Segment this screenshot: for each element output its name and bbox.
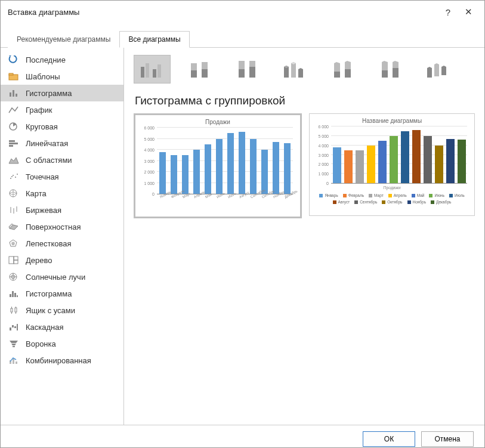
legend-item: Август bbox=[333, 200, 350, 204]
bar bbox=[273, 142, 279, 194]
legend-item: Январь bbox=[319, 193, 338, 197]
svg-rect-3 bbox=[13, 90, 14, 97]
svg-rect-48 bbox=[13, 359, 14, 364]
surface-icon bbox=[8, 222, 20, 231]
svg-rect-53 bbox=[157, 64, 161, 78]
category-funnel[interactable]: Воронка bbox=[1, 335, 123, 352]
svg-point-12 bbox=[15, 177, 16, 178]
bar bbox=[182, 155, 189, 194]
ytick: 2 000 bbox=[139, 170, 155, 174]
svg-rect-42 bbox=[14, 326, 16, 328]
category-histogram[interactable]: Гистограмма bbox=[1, 285, 123, 302]
hbars-icon bbox=[8, 138, 20, 148]
category-combo[interactable]: Комбинированная bbox=[1, 352, 123, 369]
svg-point-10 bbox=[10, 178, 11, 179]
category-stock[interactable]: Биржевая bbox=[1, 202, 123, 218]
svg-marker-22 bbox=[11, 242, 15, 245]
category-label: Дерево bbox=[26, 256, 52, 265]
ok-button[interactable]: ОК bbox=[363, 431, 415, 447]
help-button[interactable]: ? bbox=[438, 7, 458, 17]
bar bbox=[458, 140, 466, 183]
svg-rect-31 bbox=[12, 291, 14, 297]
map-icon bbox=[8, 189, 20, 198]
svg-rect-23 bbox=[9, 257, 14, 264]
box-icon bbox=[8, 305, 20, 315]
category-templates[interactable]: Шаблоны bbox=[1, 68, 123, 85]
subtype-stacked100[interactable] bbox=[229, 55, 266, 84]
tab-recommended[interactable]: Рекомендуемые диаграммы bbox=[8, 31, 119, 48]
svg-rect-50 bbox=[141, 67, 144, 78]
preview-chart-1[interactable]: Продажи 01 0002 0003 0004 0005 0006 000 … bbox=[134, 113, 302, 218]
scatter-icon bbox=[8, 172, 20, 181]
svg-point-11 bbox=[13, 175, 14, 176]
subtype-title: Гистограмма с группировкой bbox=[135, 94, 475, 107]
svg-rect-1 bbox=[9, 73, 13, 75]
category-label: Поверхностная bbox=[26, 223, 81, 231]
bar bbox=[239, 132, 245, 194]
svg-rect-25 bbox=[14, 260, 18, 264]
subtype-stacked[interactable] bbox=[181, 55, 218, 84]
bar bbox=[261, 150, 268, 194]
sunburst-icon bbox=[8, 272, 20, 282]
preview2-title: Название диаграммы bbox=[314, 118, 469, 124]
ytick: 4 000 bbox=[313, 143, 329, 147]
category-label: Солнечные лучи bbox=[26, 273, 85, 282]
bar bbox=[333, 147, 341, 183]
legend-item: Июнь bbox=[429, 193, 444, 197]
category-waterfall[interactable]: Каскадная bbox=[1, 319, 123, 335]
category-line[interactable]: График bbox=[1, 101, 123, 118]
svg-rect-40 bbox=[10, 327, 11, 330]
svg-rect-37 bbox=[15, 308, 17, 312]
bar bbox=[284, 143, 291, 194]
svg-rect-57 bbox=[202, 69, 208, 78]
bar bbox=[171, 155, 177, 194]
svg-rect-6 bbox=[9, 140, 15, 142]
category-label: Гистограмма bbox=[26, 289, 72, 298]
category-column[interactable]: Гистограмма bbox=[1, 85, 123, 101]
category-label: Карта bbox=[26, 189, 47, 198]
svg-rect-34 bbox=[11, 308, 13, 312]
preview-chart-2[interactable]: Название диаграммы 01 0002 0003 0004 000… bbox=[309, 113, 475, 216]
svg-rect-41 bbox=[12, 325, 14, 327]
svg-rect-33 bbox=[17, 295, 18, 297]
legend-item: Декабрь bbox=[431, 200, 451, 204]
category-map[interactable]: Карта bbox=[1, 185, 123, 202]
category-bar[interactable]: Линейчатая bbox=[1, 135, 123, 152]
close-button[interactable]: ✕ bbox=[458, 7, 478, 17]
category-surface[interactable]: Поверхностная bbox=[1, 218, 123, 235]
bar bbox=[205, 144, 211, 194]
category-pie[interactable]: Круговая bbox=[1, 118, 123, 135]
pie-icon bbox=[8, 122, 20, 131]
tab-all[interactable]: Все диаграммы bbox=[119, 31, 189, 48]
category-label: Последние bbox=[26, 55, 66, 64]
svg-rect-51 bbox=[146, 63, 149, 78]
legend-item: Июль bbox=[449, 193, 465, 197]
cancel-button[interactable]: Отмена bbox=[421, 431, 474, 447]
svg-rect-46 bbox=[13, 346, 15, 347]
subtype-clustered3d[interactable] bbox=[277, 55, 314, 84]
subtype-stacked3d[interactable] bbox=[325, 55, 362, 84]
subtype-stacked1003d[interactable] bbox=[372, 55, 409, 84]
bar bbox=[435, 146, 443, 183]
category-sunburst[interactable]: Солнечные лучи bbox=[1, 268, 123, 285]
category-scatter[interactable]: Точечная bbox=[1, 168, 123, 185]
category-treemap[interactable]: Дерево bbox=[1, 252, 123, 268]
category-label: Воронка bbox=[26, 339, 56, 348]
combo-icon bbox=[8, 356, 20, 365]
category-radar[interactable]: Лепестковая bbox=[1, 235, 123, 252]
category-box[interactable]: Ящик с усами bbox=[1, 302, 123, 319]
ytick: 5 000 bbox=[139, 137, 155, 141]
category-area[interactable]: С областями bbox=[1, 152, 123, 168]
line-icon bbox=[8, 105, 20, 115]
category-recent[interactable]: Последние bbox=[1, 51, 123, 68]
legend-item: Февраль bbox=[343, 193, 364, 197]
category-label: Линейчатая bbox=[26, 139, 68, 148]
svg-rect-61 bbox=[249, 67, 255, 78]
category-label: Комбинированная bbox=[26, 356, 91, 365]
subtype-clustered[interactable] bbox=[134, 55, 171, 84]
subtype-column3d[interactable] bbox=[420, 55, 457, 84]
svg-marker-44 bbox=[10, 341, 18, 343]
ytick: 5 000 bbox=[313, 134, 329, 138]
svg-rect-7 bbox=[9, 143, 18, 144]
category-label: Биржевая bbox=[26, 206, 61, 215]
